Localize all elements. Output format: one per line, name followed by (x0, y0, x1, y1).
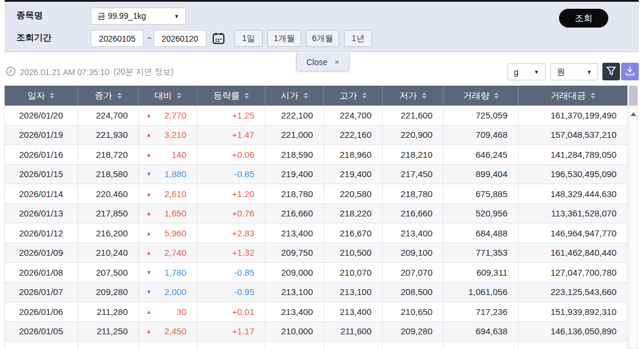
cell-close: 218,720 (78, 145, 139, 164)
cell-low: 217,450 (383, 165, 444, 184)
status-timestamp: 2026.01.21 AM 07:35:10 (20, 67, 110, 77)
column-header-change[interactable]: 대비 (139, 86, 197, 106)
column-header-value[interactable]: 거래대금 (519, 86, 628, 106)
cell-change: ▲140 (139, 145, 197, 164)
table-row: 2026/01/20224,700▲2,770+1.25222,100224,7… (5, 106, 628, 126)
column-header-open[interactable]: 시가 (265, 86, 324, 106)
filler-cell (444, 341, 519, 349)
cell-low: 210,650 (383, 302, 444, 321)
column-header-date[interactable]: 일자 (5, 86, 78, 106)
download-icon (625, 66, 635, 78)
table-row: 2026/01/08207,500▼1,780-0.85209,000210,0… (5, 263, 628, 283)
scroll-up-arrow-icon[interactable] (631, 112, 636, 116)
cell-date: 2026/01/09 (5, 243, 78, 263)
cell-low: 208,500 (383, 283, 444, 302)
cell-rate: +2.83 (197, 223, 265, 243)
column-header-rate[interactable]: 등락률 (197, 86, 265, 106)
column-header-low[interactable]: 저가 (383, 86, 444, 106)
cell-change: ▲2,740 (139, 243, 197, 263)
table-row: 2026/01/09210,240▲2,740+1.32209,750210,5… (5, 243, 628, 263)
cell-open: 209,750 (265, 243, 324, 263)
cell-open: 213,400 (265, 223, 324, 243)
table-row: 2026/01/12216,200▲5,960+2.83213,400216,6… (5, 223, 628, 243)
filter-button[interactable] (602, 63, 620, 80)
change-value: 2,770 (164, 110, 186, 120)
range-button-6months[interactable]: 6개월 (306, 30, 339, 47)
cell-date: 2026/01/16 (5, 145, 78, 164)
date-from-input[interactable] (91, 30, 144, 47)
up-arrow-icon: ▲ (146, 151, 152, 158)
weight-unit-value: g (514, 67, 519, 77)
cell-value: 113,361,528,070 (519, 204, 628, 223)
change-value: 1,880 (164, 169, 186, 179)
cell-rate: +1.17 (197, 322, 265, 341)
cell-rate: +1.20 (197, 184, 265, 204)
cell-rate: -0.85 (197, 165, 265, 184)
close-icon[interactable]: × (335, 57, 339, 67)
cell-open: 216,660 (265, 204, 324, 223)
cell-date: 2026/01/07 (5, 283, 78, 302)
scrollbar-track[interactable] (629, 107, 638, 349)
cell-rate: +0.06 (197, 145, 265, 164)
range-button-1month[interactable]: 1개월 (267, 30, 301, 47)
cell-low: 220,900 (383, 126, 444, 145)
sort-icon (50, 93, 54, 99)
cell-open: 222,100 (265, 106, 324, 125)
up-arrow-icon: ▲ (146, 249, 152, 256)
table-body: 2026/01/20224,700▲2,770+1.25222,100224,7… (5, 106, 628, 349)
cell-close: 224,700 (78, 106, 139, 125)
cell-close: 220,460 (78, 184, 139, 204)
cell-rate: -0.85 (197, 263, 265, 282)
close-tab[interactable]: Close × (296, 53, 350, 72)
cell-change: ▲3,210 (139, 126, 197, 145)
table-row: 2026/01/13217,850▲1,650+0.76216,660218,2… (5, 204, 628, 224)
sort-icon (117, 93, 122, 99)
table-scrollbar[interactable] (629, 86, 638, 349)
date-to-input[interactable] (154, 30, 206, 47)
weight-unit-select[interactable]: g ▼ (507, 63, 546, 80)
calendar-button[interactable] (211, 31, 226, 46)
cell-change: ▲5,960 (139, 223, 197, 243)
cell-value: 223,125,543,660 (519, 283, 628, 302)
change-value: 1,650 (164, 208, 186, 218)
column-header-high[interactable]: 고가 (324, 86, 383, 106)
chevron-down-icon: ▼ (534, 69, 539, 75)
cell-open: 219,400 (265, 165, 324, 184)
sort-icon (177, 93, 182, 99)
range-button-1day[interactable]: 1일 (234, 30, 263, 47)
column-header-close[interactable]: 종가 (78, 86, 139, 106)
cell-date: 2026/01/06 (5, 302, 78, 321)
change-value: 140 (172, 150, 186, 160)
up-arrow-icon: ▲ (146, 210, 152, 216)
cell-rate: +1.25 (197, 106, 265, 125)
cell-open: 213,100 (265, 283, 324, 302)
filler-cell (197, 341, 265, 349)
cell-value: 161,370,199,490 (519, 106, 628, 125)
cell-open: 213,400 (265, 302, 324, 321)
cell-change: ▲30 (139, 302, 197, 321)
download-button[interactable] (621, 63, 639, 80)
table-row: 2026/01/19221,930▲3,210+1.47221,000222,1… (5, 126, 628, 145)
cell-open: 218,590 (265, 145, 324, 164)
cell-low: 218,780 (383, 184, 444, 204)
change-value: 2,740 (164, 248, 186, 257)
up-arrow-icon: ▲ (146, 230, 152, 236)
item-select[interactable]: 금 99.99_1kg ▼ (91, 8, 186, 25)
range-button-1year[interactable]: 1년 (344, 30, 372, 47)
cell-rate: +0.76 (197, 204, 265, 223)
column-header-volume[interactable]: 거래량 (444, 86, 519, 106)
cell-low: 221,600 (383, 106, 444, 125)
sort-icon (362, 93, 367, 99)
cell-change: ▲2,450 (139, 322, 197, 341)
funnel-icon (606, 66, 616, 78)
sort-icon (244, 93, 249, 99)
search-button[interactable]: 조회 (559, 9, 608, 28)
filter-panel: 종목명 금 99.99_1kg ▼ 조회 조회기간 ~ 1일 1개월 6개월 1… (5, 0, 639, 52)
sort-icon (304, 93, 308, 99)
cell-date: 2026/01/20 (5, 106, 78, 125)
cell-volume: 675,885 (444, 184, 519, 204)
cell-low: 216,660 (383, 204, 444, 223)
cell-value: 146,136,050,890 (519, 322, 628, 341)
scrollbar-header-block (629, 86, 638, 106)
currency-unit-select[interactable]: 원 ▼ (550, 63, 598, 80)
